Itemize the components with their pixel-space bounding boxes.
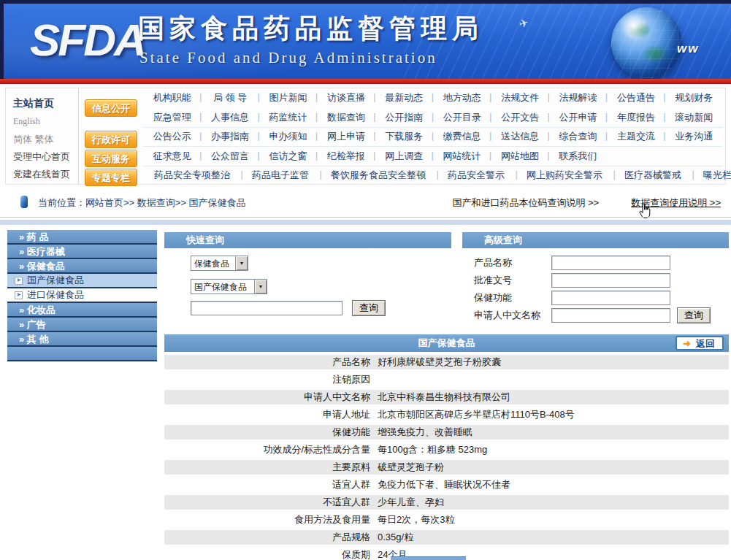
admin-licensing-button[interactable]: 行政许可 [85, 131, 137, 148]
quick-query-search-button[interactable]: 查询 [352, 300, 386, 316]
nav-link[interactable]: 图片新闻 [259, 91, 317, 104]
nav-link[interactable]: 联系我们 [549, 150, 607, 163]
back-button-label: 返回 [696, 339, 715, 348]
table-row: 产品名称 好利康牌破壁灵芝孢子粉胶囊 [164, 355, 729, 369]
nav-link[interactable]: 信访之窗 [259, 150, 317, 163]
nav-link[interactable]: 缴费信息 [433, 130, 491, 143]
cursor-hand-icon [638, 203, 651, 218]
nav-link[interactable]: 医疗器械警戒 [613, 169, 692, 182]
quick-query-title: 快速查询 [164, 232, 451, 248]
nav-english-link[interactable]: English [13, 116, 40, 127]
product-name-input[interactable] [551, 256, 670, 270]
globe-letters: ww [677, 42, 699, 56]
row-label: 保健功能 [164, 425, 376, 440]
nav-link[interactable]: 餐饮服务食品安全整顿 [320, 169, 437, 182]
row-value [376, 372, 378, 387]
nav-link[interactable]: 下载服务 [375, 130, 433, 143]
row-label: 保质期 [164, 548, 376, 560]
row-value: 破壁灵芝孢子粉 [376, 460, 444, 475]
nav-link[interactable]: 最新动态 [375, 91, 433, 104]
nav-link[interactable]: 公开指南 [375, 111, 433, 124]
nav-link[interactable]: 地方动态 [433, 91, 491, 104]
nav-link[interactable]: 应急管理 [143, 111, 201, 124]
nav-menu: 机构职能局 领 导图片新闻访谈直播最新动态地方动态法规文件法规解读公告通告规划财… [143, 88, 723, 184]
nav-link[interactable]: 曝光栏 [692, 169, 731, 182]
nav-link[interactable]: 公告公示 [143, 130, 201, 143]
nav-link[interactable]: 公开目录 [433, 111, 491, 124]
sfda-logo: SFDA [30, 14, 145, 66]
row-label: 适宜人群 [164, 477, 376, 492]
nav-link[interactable]: 网上调查 [375, 150, 433, 163]
nav-link[interactable]: 公开文告 [491, 111, 548, 124]
nav-link[interactable]: 网上购药安全警示 [516, 169, 613, 182]
nav-link[interactable]: 公开申请 [549, 111, 607, 124]
nav-link[interactable]: 主题交流 [607, 130, 665, 143]
sidebar-item-health-food[interactable]: 保健食品 [7, 259, 157, 274]
sidebar-item-advertising[interactable]: 广告 [7, 318, 157, 332]
breadcrumb-data-query[interactable]: 数据查询>> [137, 197, 189, 208]
category-select[interactable]: 保健食品 ▼ [191, 256, 248, 271]
nav-party-building-link[interactable]: 党建在线首页 [13, 168, 70, 181]
nav-link[interactable]: 网上申请 [317, 130, 375, 143]
sidebar-item-cosmetics[interactable]: 化妆品 [7, 303, 157, 318]
red-divider-stripe [0, 79, 731, 84]
interactive-services-button[interactable]: 互动服务 [85, 150, 137, 167]
nav-link[interactable]: 人事信息 [201, 111, 259, 124]
nav-link[interactable]: 药监统计 [259, 111, 317, 124]
nav-link[interactable]: 送达信息 [491, 130, 548, 143]
special-topics-button[interactable]: 专题专栏 [85, 169, 137, 186]
nav-link[interactable]: 规划财务 [665, 91, 723, 104]
sidebar-item-medical-devices[interactable]: 医疗器械 [7, 245, 157, 259]
nav-link[interactable]: 药品安全警示 [437, 169, 516, 182]
row-value: 增强免疫力、改善睡眠 [376, 425, 472, 440]
nav-link[interactable]: 网站统计 [433, 150, 491, 163]
nav-link[interactable]: 数据查询 [317, 111, 375, 124]
nav-link[interactable]: 公告通告 [607, 91, 665, 104]
nav-acceptance-center-link[interactable]: 受理中心首页 [13, 150, 70, 164]
advanced-query-body: 产品名称 批准文号 保健功能 申请人中文名称 查询 [462, 248, 729, 324]
nav-link[interactable]: 药品电子监管 [241, 169, 320, 182]
applicant-name-input[interactable] [551, 308, 670, 323]
health-function-input[interactable] [551, 291, 670, 305]
nav-link[interactable]: 机构职能 [143, 91, 201, 104]
quick-query-keyword-input[interactable] [191, 301, 342, 315]
nav-link[interactable]: 纪检举报 [317, 150, 375, 163]
nav-link[interactable]: 征求意见 [143, 150, 201, 163]
back-button[interactable]: ➜ 返回 [675, 336, 724, 350]
nav-link[interactable]: 法规文件 [491, 91, 548, 104]
nav-link[interactable]: 法规解读 [549, 91, 607, 104]
chevron-down-icon[interactable]: ▼ [235, 256, 248, 270]
chevron-down-icon[interactable]: ▼ [254, 280, 267, 294]
nav-link[interactable]: 局 领 导 [201, 91, 259, 104]
nav-link[interactable]: 业务沟通 [665, 130, 723, 143]
partial-scrollbar-strip[interactable] [391, 556, 466, 560]
breadcrumb-home[interactable]: 网站首页>> [85, 197, 137, 208]
advanced-query-search-button[interactable]: 查询 [677, 307, 711, 323]
sidebar-item-other[interactable]: 其 他 [7, 332, 157, 347]
subcategory-select[interactable]: 国产保健食品 ▼ [191, 279, 267, 294]
nav-link[interactable]: 网站地图 [491, 150, 548, 163]
row-value: 少年儿童、孕妇 [376, 495, 444, 510]
approval-number-input[interactable] [551, 273, 670, 288]
drug-code-help-link[interactable]: 国产和进口药品本位码查询说明 >> [452, 196, 599, 210]
nav-link[interactable]: 申办须知 [259, 130, 317, 143]
nav-link[interactable]: 滚动新闻 [665, 111, 723, 124]
info-disclosure-button[interactable]: 信息公开 [85, 99, 137, 117]
arrow-box-icon: ➤ [15, 277, 23, 285]
nav-home-link[interactable]: 主站首页 [13, 97, 54, 110]
row-label: 注销原因 [164, 372, 376, 387]
product-detail-section: 国产保健食品 ➜ 返回 产品名称 好利康牌破壁灵芝孢子粉胶囊 注销原因 [164, 334, 729, 560]
nav-link[interactable]: 综合查询 [549, 130, 607, 143]
nav-link[interactable]: 办事指南 [201, 130, 259, 143]
nav-link[interactable]: 年度报告 [607, 111, 665, 124]
nav-link[interactable]: 药品安全专项整治 [143, 169, 241, 182]
advanced-query-row: 产品名称 [474, 254, 729, 272]
nav-link[interactable]: 访谈直播 [317, 91, 375, 104]
nav-link[interactable]: 公众留言 [201, 150, 259, 163]
sidebar-item-drugs[interactable]: 药 品 [7, 230, 157, 245]
breadcrumb-bar: 当前位置：网站首页>> 数据查询>> 国产保健食品 国产和进口药品本位码查询说明… [0, 188, 731, 217]
sidebar-item-domestic-health-food[interactable]: ➤ 国产保健食品 [7, 274, 157, 288]
row-label: 主要原料 [164, 460, 376, 475]
sidebar-item-imported-health-food[interactable]: ➤ 进口保健食品 [7, 288, 157, 303]
nav-simplified-traditional-link[interactable]: 简体 繁体 [13, 133, 54, 146]
